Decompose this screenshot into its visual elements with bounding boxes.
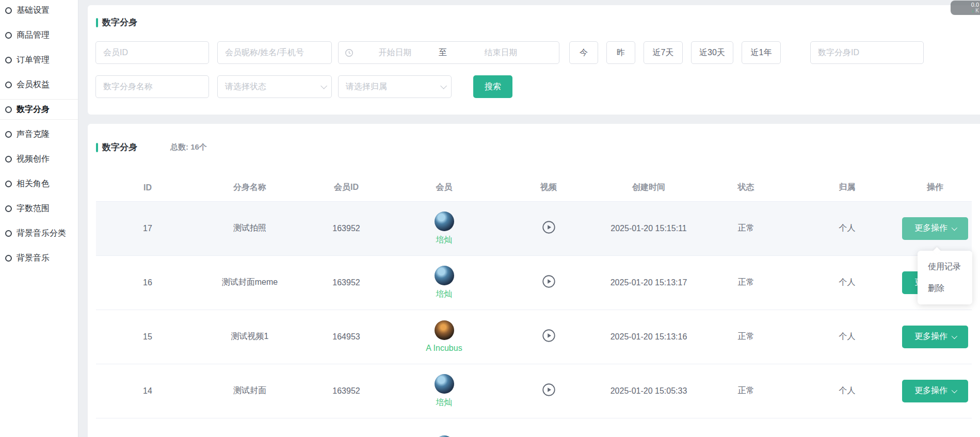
cell-member-id: 163952: [300, 255, 392, 310]
quick-today-button[interactable]: 今: [569, 41, 598, 64]
col-header-created: 创建时间: [601, 174, 696, 201]
cell-created: 2025-01-20 15:05:33: [601, 364, 696, 418]
member-name-link[interactable]: 培灿: [436, 397, 453, 408]
member-cell: 培灿: [392, 266, 496, 300]
avatar: [435, 374, 454, 394]
circle-icon: [5, 255, 12, 262]
chevron-down-icon: [952, 333, 957, 338]
col-header-belong: 归属: [796, 174, 898, 201]
sidebar-item-video-creation[interactable]: 视频创作: [0, 149, 78, 169]
cell-belong: 个人: [796, 364, 898, 418]
sidebar-item-member-benefits[interactable]: 会员权益: [0, 74, 78, 95]
play-video-icon[interactable]: [542, 274, 556, 288]
network-speed-overlay: 0.0 ↓ K: [951, 1, 980, 15]
cell-id: 15: [96, 310, 199, 364]
end-date-placeholder: 结束日期: [449, 47, 553, 58]
table-row: 16 测试封面meme 163952 培灿 2025-01-20 15:13:1…: [96, 255, 972, 310]
col-header-status: 状态: [696, 174, 796, 201]
member-id-input[interactable]: [95, 41, 209, 64]
quick-30days-button[interactable]: 近30天: [691, 41, 733, 64]
more-actions-label: 更多操作: [914, 331, 947, 342]
member-info-input[interactable]: [217, 41, 332, 64]
sidebar-item-word-count-range[interactable]: 字数范围: [0, 198, 78, 219]
sidebar-item-label: 相关角色: [17, 179, 50, 189]
total-label: 总数:: [170, 142, 188, 151]
circle-icon: [5, 7, 12, 14]
table-row: 14 测试封面 163952 培灿 2025-01-20 15:05:33 正常…: [96, 364, 972, 418]
sidebar-item-related-roles[interactable]: 相关角色: [0, 173, 78, 194]
sidebar-item-bgm-category[interactable]: 背景音乐分类: [0, 223, 78, 244]
avatar-name-input[interactable]: [95, 75, 209, 98]
cell-status: 正常: [696, 201, 796, 255]
more-actions-button[interactable]: 更多操作: [902, 380, 968, 402]
dropdown-item-delete[interactable]: 删除: [918, 278, 972, 299]
more-actions-button[interactable]: 更多操作: [902, 326, 968, 348]
sidebar-item-label: 商品管理: [17, 30, 50, 41]
quick-7days-button[interactable]: 近7天: [644, 41, 683, 64]
start-date-placeholder: 开始日期: [354, 47, 437, 58]
circle-icon: [5, 82, 12, 88]
filter-panel-title: 数字分身: [88, 5, 980, 28]
avatar: [435, 266, 454, 285]
network-speed-unit: ↓ K: [955, 8, 979, 13]
more-actions-label: 更多操作: [914, 385, 947, 396]
col-header-member-id: 会员ID: [300, 174, 392, 201]
col-header-name: 分身名称: [199, 174, 300, 201]
date-range-picker[interactable]: 开始日期 至 结束日期: [338, 41, 559, 64]
sidebar-item-label: 订单管理: [17, 55, 50, 66]
chevron-down-icon: [440, 83, 447, 89]
clock-icon: [345, 48, 354, 57]
more-actions-button[interactable]: 更多操作: [902, 217, 968, 240]
play-video-icon[interactable]: [542, 329, 556, 343]
network-speed-value: 0.0: [955, 2, 979, 8]
col-header-video: 视频: [496, 174, 601, 201]
sidebar-item-voice-clone[interactable]: 声音克隆: [0, 124, 78, 144]
member-name-link[interactable]: 培灿: [436, 235, 453, 246]
table-panel-title: 数字分身 总数: 16个: [96, 141, 972, 153]
belong-select[interactable]: 请选择归属: [338, 75, 452, 98]
member-name-link[interactable]: 培灿: [436, 289, 453, 300]
table-panel: 数字分身 总数: 16个 ID 分身名称 会员ID 会员 视频 创建时间 状态 …: [88, 124, 980, 437]
cell-name: [199, 418, 300, 437]
circle-icon: [5, 205, 12, 212]
cell-created: 2025-01-20 15:15:11: [601, 201, 696, 255]
cell-status: 正常: [696, 310, 796, 364]
cell-member-id: 164953: [300, 310, 392, 364]
cell-id: 16: [96, 255, 199, 310]
sidebar-item-digital-avatar[interactable]: 数字分身: [0, 99, 78, 120]
cell-member-id: 163952: [300, 201, 392, 255]
title-accent-bar: [96, 18, 98, 27]
circle-icon: [5, 156, 12, 163]
filter-panel: 数字分身 开始日期 至 结束日期 今 昨 近7天 近30天 近1年 请选择状态 …: [88, 5, 980, 115]
circle-icon: [5, 181, 12, 187]
quick-yesterday-button[interactable]: 昨: [606, 41, 635, 64]
search-button[interactable]: 搜索: [473, 75, 512, 98]
chevron-down-icon: [952, 387, 957, 393]
filter-row-1: 开始日期 至 结束日期 今 昨 近7天 近30天 近1年: [88, 41, 980, 64]
cell-status: 正常: [696, 364, 796, 418]
sidebar-item-bgm[interactable]: 背景音乐: [0, 248, 78, 268]
sidebar-item-label: 背景音乐分类: [17, 228, 66, 239]
member-name-link[interactable]: A Incubus: [426, 344, 462, 353]
sidebar-item-order-management[interactable]: 订单管理: [0, 50, 78, 70]
avatar-id-input[interactable]: [810, 41, 924, 64]
sidebar-item-product-management[interactable]: 商品管理: [0, 25, 78, 45]
play-video-icon[interactable]: [542, 220, 556, 234]
status-select[interactable]: 请选择状态: [217, 75, 332, 98]
col-header-id: ID: [96, 174, 199, 201]
circle-icon: [5, 131, 12, 138]
sidebar-item-label: 数字分身: [17, 104, 50, 115]
dropdown-item-usage-log[interactable]: 使用记录: [918, 256, 972, 278]
quick-1year-button[interactable]: 近1年: [742, 41, 781, 64]
chevron-down-icon: [952, 224, 957, 230]
col-header-member: 会员: [392, 174, 496, 201]
down-arrow-icon: ↓: [972, 8, 974, 13]
cell-member-id: [300, 418, 392, 437]
play-video-icon[interactable]: [542, 383, 556, 397]
date-separator: 至: [437, 47, 449, 58]
sidebar-item-basic-settings[interactable]: 基础设置: [0, 0, 78, 21]
more-actions-label: 更多操作: [914, 223, 947, 234]
filter-row-2: 请选择状态 请选择归属 搜索: [88, 75, 980, 98]
table-header-row: ID 分身名称 会员ID 会员 视频 创建时间 状态 归属 操作: [96, 174, 972, 201]
avatar: [435, 320, 454, 340]
